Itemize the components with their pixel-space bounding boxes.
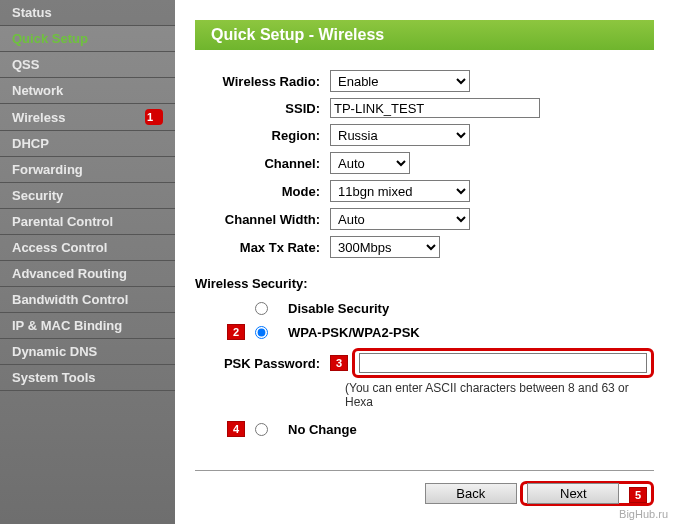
sidebar-item-wireless[interactable]: Wireless 1 [0, 104, 175, 131]
sidebar-item-label: Bandwidth Control [12, 292, 128, 307]
sidebar-item-access-control[interactable]: Access Control [0, 235, 175, 261]
wireless-radio-label: Wireless Radio: [195, 74, 330, 89]
sidebar-item-label: Access Control [12, 240, 107, 255]
next-button[interactable]: Next [527, 483, 619, 504]
sidebar-item-qss[interactable]: QSS [0, 52, 175, 78]
sidebar: Status Quick Setup QSS Network Wireless … [0, 0, 175, 524]
sidebar-item-label: Security [12, 188, 63, 203]
sidebar-item-label: Status [12, 5, 52, 20]
sidebar-item-dynamic-dns[interactable]: Dynamic DNS [0, 339, 175, 365]
sidebar-item-label: Dynamic DNS [12, 344, 97, 359]
sidebar-item-label: System Tools [12, 370, 96, 385]
sidebar-item-label: Parental Control [12, 214, 113, 229]
watermark: BigHub.ru [619, 508, 668, 520]
sidebar-item-bandwidth-control[interactable]: Bandwidth Control [0, 287, 175, 313]
sidebar-item-security[interactable]: Security [0, 183, 175, 209]
back-button[interactable]: Back [425, 483, 517, 504]
next-highlight: Next 5 [520, 481, 654, 506]
sidebar-item-label: Forwarding [12, 162, 83, 177]
psk-highlight [352, 348, 654, 378]
wireless-security-label: Wireless Security: [195, 276, 654, 291]
region-label: Region: [195, 128, 330, 143]
sidebar-item-system-tools[interactable]: System Tools [0, 365, 175, 391]
sidebar-item-dhcp[interactable]: DHCP [0, 131, 175, 157]
no-change-label: No Change [288, 422, 357, 437]
sidebar-item-ip-mac-binding[interactable]: IP & MAC Binding [0, 313, 175, 339]
sidebar-item-forwarding[interactable]: Forwarding [0, 157, 175, 183]
sidebar-item-label: IP & MAC Binding [12, 318, 122, 333]
mode-label: Mode: [195, 184, 330, 199]
sidebar-item-network[interactable]: Network [0, 78, 175, 104]
channel-select[interactable]: Auto [330, 152, 410, 174]
disable-security-label: Disable Security [288, 301, 389, 316]
wpa-psk-radio[interactable] [255, 326, 268, 339]
channel-width-select[interactable]: Auto [330, 208, 470, 230]
form-area: Wireless Radio: Enable SSID: Region: Rus… [175, 50, 674, 455]
sidebar-item-label: Wireless [12, 110, 65, 125]
annotation-marker-4: 4 [227, 421, 245, 437]
psk-password-label: PSK Password: [195, 356, 330, 371]
no-change-radio[interactable] [255, 423, 268, 436]
sidebar-item-status[interactable]: Status [0, 0, 175, 26]
annotation-marker-5: 5 [629, 487, 647, 503]
wpa-psk-label: WPA-PSK/WPA2-PSK [288, 325, 420, 340]
channel-label: Channel: [195, 156, 330, 171]
max-tx-select[interactable]: 300Mbps [330, 236, 440, 258]
sidebar-item-label: Quick Setup [12, 31, 88, 46]
sidebar-item-label: Advanced Routing [12, 266, 127, 281]
page-title: Quick Setup - Wireless [195, 20, 654, 50]
mode-select[interactable]: 11bgn mixed [330, 180, 470, 202]
sidebar-item-parental-control[interactable]: Parental Control [0, 209, 175, 235]
sidebar-item-label: DHCP [12, 136, 49, 151]
button-bar: Back Next 5 [195, 470, 654, 504]
sidebar-item-quick-setup[interactable]: Quick Setup [0, 26, 175, 52]
sidebar-item-advanced-routing[interactable]: Advanced Routing [0, 261, 175, 287]
annotation-marker-3: 3 [330, 355, 348, 371]
ssid-label: SSID: [195, 101, 330, 116]
channel-width-label: Channel Width: [195, 212, 330, 227]
disable-security-radio[interactable] [255, 302, 268, 315]
annotation-marker-2: 2 [227, 324, 245, 340]
psk-hint: (You can enter ASCII characters between … [195, 381, 654, 409]
sidebar-item-label: QSS [12, 57, 39, 72]
sidebar-item-label: Network [12, 83, 63, 98]
region-select[interactable]: Russia [330, 124, 470, 146]
wireless-radio-select[interactable]: Enable [330, 70, 470, 92]
annotation-marker-1: 1 [145, 109, 163, 125]
ssid-input[interactable] [330, 98, 540, 118]
main-content: Quick Setup - Wireless Wireless Radio: E… [175, 0, 674, 524]
max-tx-label: Max Tx Rate: [195, 240, 330, 255]
psk-password-input[interactable] [359, 353, 647, 373]
